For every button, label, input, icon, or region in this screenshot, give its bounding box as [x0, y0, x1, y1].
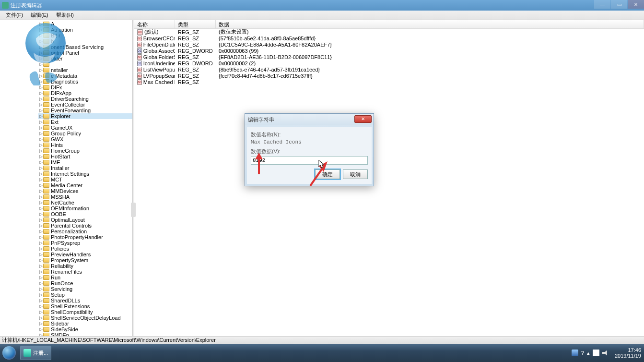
tree-item[interactable]: ▷A — [38, 21, 132, 27]
expand-icon[interactable]: ▷ — [38, 21, 43, 27]
expand-icon[interactable]: ▷ — [38, 56, 43, 61]
list-row[interactable]: 01GlobalAssocCh...REG_DWORD0x00000063 (9… — [134, 48, 644, 54]
tree-item[interactable]: ▷HotStart — [38, 154, 132, 159]
tree-item[interactable]: ▷Personalization — [38, 229, 132, 234]
menu-help[interactable]: 帮助(H) — [52, 11, 78, 20]
tree-item[interactable]: ▷RenameFiles — [38, 269, 132, 275]
tree-item[interactable]: ▷ — [38, 61, 132, 67]
tree-item[interactable]: ▷Shell Extensions — [38, 303, 132, 309]
tray-chevron-icon[interactable]: ▴ — [587, 350, 590, 356]
expand-icon[interactable]: ▷ — [38, 182, 43, 188]
expand-icon[interactable]: ▷ — [38, 108, 43, 113]
tree-item[interactable]: ▷ nstaller — [38, 67, 132, 73]
clock[interactable]: 17:46 2019/11/19 — [615, 347, 641, 359]
tree-item[interactable]: ▷MCT — [38, 177, 132, 182]
expand-icon[interactable]: ▷ — [38, 246, 43, 252]
expand-icon[interactable]: ▷ — [38, 142, 43, 148]
expand-icon[interactable]: ▷ — [38, 102, 43, 108]
expand-icon[interactable]: ▷ — [38, 200, 43, 205]
expand-icon[interactable]: ▷ — [38, 125, 43, 131]
tree-item[interactable]: ▷Group Policy — [38, 131, 132, 136]
taskbar[interactable]: 注册... ? ▴ 17:46 2019/11/19 — [0, 344, 644, 362]
expand-icon[interactable]: ▷ — [38, 309, 43, 315]
expand-icon[interactable]: ▷ — [38, 96, 43, 102]
tree-item[interactable]: ▷ ontrol Panel — [38, 50, 132, 56]
expand-icon[interactable]: ▷ — [38, 38, 43, 44]
expand-icon[interactable]: ▷ — [38, 252, 43, 257]
tree-item[interactable]: ▷OptimalLayout — [38, 217, 132, 223]
tree-item[interactable]: ▷Reliability — [38, 263, 132, 269]
expand-icon[interactable]: ▷ — [38, 27, 43, 33]
tree-item[interactable]: ▷PropertySystem — [38, 257, 132, 263]
list-row[interactable]: abListViewPopup...REG_SZ{8be9f5ea-e746-4… — [134, 66, 644, 72]
expand-icon[interactable]: ▷ — [38, 223, 43, 229]
tree-item[interactable]: ▷RunOnce — [38, 280, 132, 286]
tree-item[interactable]: ▷IME — [38, 159, 132, 165]
tree-item[interactable]: ▷PreviewHandlers — [38, 252, 132, 257]
minimize-button[interactable]: — — [594, 0, 610, 9]
expand-icon[interactable]: ▷ — [38, 44, 43, 50]
col-name[interactable]: 名称 — [134, 20, 175, 28]
menu-edit[interactable]: 编辑(E) — [27, 11, 52, 20]
tree-item[interactable]: ▷Policies — [38, 246, 132, 252]
col-type[interactable]: 类型 — [175, 20, 216, 28]
expand-icon[interactable]: ▷ — [38, 136, 43, 142]
tree-item[interactable]: ▷Parental Controls — [38, 223, 132, 229]
list-row[interactable]: 01IconUnderlineREG_DWORD0x00000002 (2) — [134, 60, 644, 66]
expand-icon[interactable]: ▷ — [38, 263, 43, 269]
expand-icon[interactable]: ▷ — [38, 298, 43, 303]
expand-icon[interactable]: ▷ — [38, 90, 43, 96]
tree-item[interactable]: ▷Bit r — [38, 33, 132, 38]
dialog-close-button[interactable]: ✕ — [354, 115, 372, 123]
speaker-icon[interactable] — [602, 350, 609, 356]
tree-pane[interactable]: ▷A▷Au cation▷Bit r▷ b▷ onent Based Servi… — [0, 20, 132, 336]
tree-item[interactable]: ▷DIFx — [38, 84, 132, 90]
col-data[interactable]: 数据 — [216, 20, 644, 28]
tree-item[interactable]: ▷Au cation — [38, 27, 132, 33]
titlebar[interactable]: 注册表编辑器 — ▭ ✕ — [0, 0, 644, 11]
action-flag-icon[interactable] — [593, 350, 599, 356]
expand-icon[interactable]: ▷ — [38, 67, 43, 73]
tree-item[interactable]: ▷ e Metadata — [38, 73, 132, 79]
tree-item[interactable]: ▷NetCache — [38, 200, 132, 205]
expand-icon[interactable]: ▷ — [38, 171, 43, 177]
tree-item[interactable]: ▷OOBE — [38, 211, 132, 217]
tree-item[interactable]: ▷Media Center — [38, 182, 132, 188]
dialog-titlebar[interactable]: 编辑字符串 ✕ — [245, 114, 374, 125]
list-row[interactable]: ab(默认)REG_SZ(数值未设置) — [134, 29, 644, 35]
expand-icon[interactable]: ▷ — [38, 119, 43, 125]
tree-item[interactable]: ▷HomeGroup — [38, 148, 132, 154]
expand-icon[interactable]: ▷ — [38, 33, 43, 38]
expand-icon[interactable]: ▷ — [38, 229, 43, 234]
expand-icon[interactable]: ▷ — [38, 211, 43, 217]
start-button[interactable] — [0, 344, 18, 362]
splitter[interactable] — [132, 20, 134, 336]
expand-icon[interactable]: ▷ — [38, 165, 43, 171]
expand-icon[interactable]: ▷ — [38, 257, 43, 263]
value-data-input[interactable] — [251, 156, 368, 165]
maximize-button[interactable]: ▭ — [611, 0, 627, 9]
tree-item[interactable]: ▷MMDevices — [38, 188, 132, 194]
expand-icon[interactable]: ▷ — [38, 280, 43, 286]
expand-icon[interactable]: ▷ — [38, 292, 43, 298]
expand-icon[interactable]: ▷ — [38, 131, 43, 136]
expand-icon[interactable]: ▷ — [38, 113, 43, 119]
close-button[interactable]: ✕ — [628, 0, 644, 9]
expand-icon[interactable]: ▷ — [38, 286, 43, 292]
list-row[interactable]: abGlobalFolderSet...REG_SZ{EF8AD2D1-AE36… — [134, 54, 644, 60]
cancel-button[interactable]: 取消 — [343, 169, 368, 179]
tree-item[interactable]: ▷ onent Based Servicing — [38, 44, 132, 50]
tree-item[interactable]: ▷Hints — [38, 142, 132, 148]
expand-icon[interactable]: ▷ — [38, 217, 43, 223]
tree-item[interactable]: ▷MSSHA — [38, 194, 132, 200]
tree-item[interactable]: ▷Servicing — [38, 286, 132, 292]
expand-icon[interactable]: ▷ — [38, 73, 43, 79]
expand-icon[interactable]: ▷ — [38, 315, 43, 321]
tree-item[interactable]: ▷ older — [38, 56, 132, 61]
expand-icon[interactable]: ▷ — [38, 188, 43, 194]
tree-item[interactable]: ▷ShellServiceObjectDelayLoad — [38, 315, 132, 321]
ok-button[interactable]: 确定 — [315, 169, 340, 179]
tree-item[interactable]: ▷Ext — [38, 119, 132, 125]
ime-indicator[interactable]: ? — [581, 350, 584, 356]
expand-icon[interactable]: ▷ — [38, 332, 43, 336]
